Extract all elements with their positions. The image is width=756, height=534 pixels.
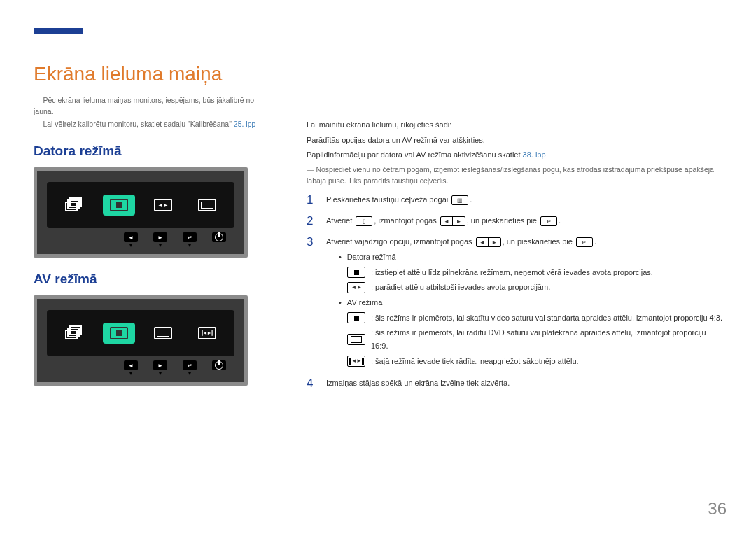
step-num-2: 2 <box>307 214 316 228</box>
step-body-2: Atveriet ▯, izmantojot pogas ◄►, un pies… <box>326 214 722 227</box>
icon-fit: ◄ ► <box>347 282 365 293</box>
header-accent <box>34 28 83 34</box>
icon-169 <box>347 334 365 345</box>
pc-mode-label: •Datora režīmā <box>339 251 722 264</box>
control-left: ◄▾ <box>120 360 142 377</box>
step-3b: , un pieskarieties pie <box>503 237 573 246</box>
av-mode-label: •AV režīmā <box>339 296 722 309</box>
page-content: Ekrāna lieluma maiņa Pēc ekrāna lieluma … <box>0 0 756 398</box>
link-mode-page[interactable]: 38. lpp <box>523 150 546 159</box>
intro-p1: Lai mainītu ekrāna lielumu, rīkojieties … <box>307 119 722 132</box>
osd-strip-av: ┃◄►┃ <box>47 310 234 356</box>
mode-fill-icon <box>103 195 135 216</box>
pc-mode-1: : izstiepiet attēlu līdz pilnekrāna režī… <box>347 266 722 279</box>
heading-pc-mode: Datora režīmā <box>34 143 265 159</box>
step-num-3: 3 <box>307 235 316 249</box>
size-cycle-icon <box>59 195 91 216</box>
link-calibration-page[interactable]: 25. lpp <box>234 120 256 128</box>
control-left: ◄▾ <box>120 232 142 248</box>
monitor-controls-pc: ◄▾ ►▾ ↵▾ <box>47 232 234 248</box>
step-2a: Atveriet <box>326 216 352 225</box>
osd-menu-icon: ▥ <box>451 195 468 205</box>
step-body-1: Pieskarieties taustiņu ceļveža pogai ▥. <box>326 193 722 206</box>
monitor-controls-av: ◄▾ ►▾ ↵▾ <box>47 360 234 377</box>
step-1-text: Pieskarieties taustiņu ceļveža pogai <box>326 195 448 204</box>
size-cycle-icon <box>59 323 91 344</box>
av-mode-3: ◄►: šajā režīmā ievade tiek rādīta, neap… <box>347 355 722 368</box>
step-2: 2 Atveriet ▯, izmantojot pogas ◄►, un pi… <box>307 214 722 228</box>
left-column: Ekrāna lieluma maiņa Pēc ekrāna lieluma … <box>34 63 265 398</box>
control-right: ►▾ <box>149 232 172 248</box>
osd-strip-pc: ◄ ► <box>47 182 234 228</box>
step-num-4: 4 <box>307 377 316 391</box>
intro-p3-text: Papildinformāciju par datora vai AV režī… <box>307 150 523 159</box>
step-body-4: Izmaiņas stājas spēkā un ekrāna izvēlne … <box>326 377 722 390</box>
enter-icon: ↵ <box>576 237 593 247</box>
control-power <box>208 360 230 377</box>
note-2-text: Lai vēlreiz kalibrētu monitoru, skatiet … <box>43 120 233 128</box>
av-mode-1: : šis režīms ir piemērots, lai skatītu v… <box>347 311 722 325</box>
control-power <box>208 232 230 248</box>
heading-av-mode: AV režīmā <box>34 272 265 287</box>
intro-p2: Parādītās opcijas datora un AV režīmā va… <box>307 134 722 147</box>
left-right-icon: ◄► <box>476 237 501 247</box>
header-rule <box>34 31 728 31</box>
step-4: 4 Izmaiņas stājas spēkā un ekrāna izvēln… <box>307 377 722 391</box>
right-column: Lai mainītu ekrāna lielumu, rīkojieties … <box>307 63 722 398</box>
page-number: 36 <box>708 499 727 519</box>
step-2c: , un pieskarieties pie <box>467 216 537 225</box>
step-3: 3 Atveriet vajadzīgo opciju, izmantojot … <box>307 235 722 370</box>
note-1: Pēc ekrāna lieluma maiņas monitors, iesp… <box>34 95 265 118</box>
step-body-3: Atveriet vajadzīgo opciju, izmantojot po… <box>326 235 722 370</box>
intro-p3: Papildinformāciju par datora vai AV režī… <box>307 149 722 162</box>
control-right: ►▾ <box>149 360 172 377</box>
step-2b: , izmantojot pogas <box>374 216 436 225</box>
size-icon: ▯ <box>356 216 372 226</box>
monitor-av: ┃◄►┃ ◄▾ ►▾ ↵▾ <box>34 295 248 386</box>
step-num-1: 1 <box>307 193 316 207</box>
note-2: Lai vēlreiz kalibrētu monitoru, skatiet … <box>34 119 265 130</box>
page-title: Ekrāna lieluma maiņa <box>34 63 265 85</box>
monitor-pc: ◄ ► ◄▾ ►▾ ↵▾ <box>34 167 248 258</box>
enter-icon: ↵ <box>540 216 557 226</box>
right-note: Nospiediet vienu no četrām pogām, izņemo… <box>307 164 722 187</box>
control-enter: ↵▾ <box>178 232 201 248</box>
icon-43 <box>347 312 365 323</box>
av-mode-2: : šis režīms ir piemērots, lai rādītu DV… <box>347 326 722 352</box>
mode-fit-icon: ◄ ► <box>147 195 179 216</box>
icon-fill <box>347 267 365 278</box>
step-3a: Atveriet vajadzīgo opciju, izmantojot po… <box>326 237 472 246</box>
control-enter: ↵▾ <box>178 360 201 377</box>
pc-mode-2: ◄ ►: parādiet attēlu atbilstoši ievades … <box>347 281 722 294</box>
mode-scan-icon: ┃◄►┃ <box>191 323 223 344</box>
mode-43-icon <box>103 323 135 344</box>
step-1: 1 Pieskarieties taustiņu ceļveža pogai ▥… <box>307 193 722 207</box>
mode-169-icon <box>147 323 179 344</box>
mode-native-icon <box>191 195 223 216</box>
icon-scan: ◄► <box>347 356 365 367</box>
left-right-icon: ◄► <box>440 216 465 226</box>
